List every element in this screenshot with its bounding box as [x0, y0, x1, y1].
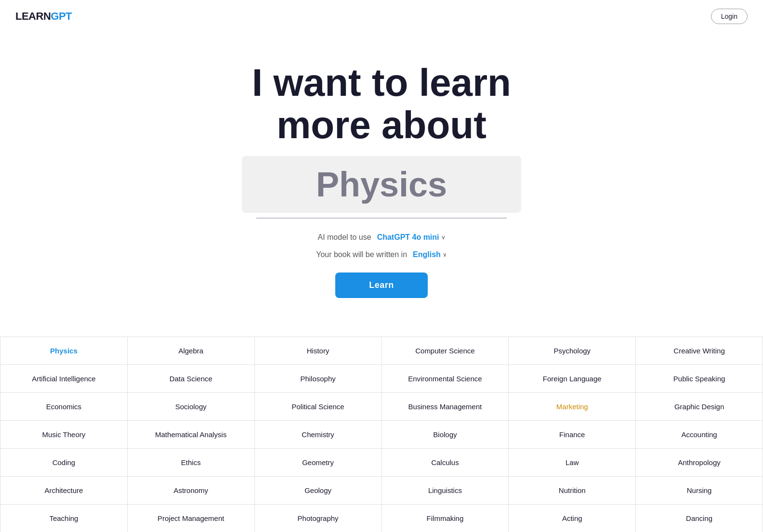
ai-model-row: AI model to use ChatGPT 4o mini ∨ — [317, 233, 445, 242]
subject-cell[interactable]: Astronomy — [128, 477, 255, 505]
options-area: AI model to use ChatGPT 4o mini ∨ Your b… — [10, 233, 753, 259]
subject-cell[interactable]: Creative Writing — [636, 337, 763, 365]
subject-cell[interactable]: History — [255, 337, 382, 365]
logo: LEARNGPT — [15, 10, 72, 23]
language-dropdown[interactable]: English ∨ — [413, 250, 447, 259]
learn-btn-wrap: Learn — [10, 272, 753, 298]
hero-section: I want to learn more about Physics AI mo… — [0, 33, 763, 337]
ai-model-value: ChatGPT 4o mini — [377, 233, 439, 242]
subject-cell[interactable]: Public Speaking — [636, 365, 763, 393]
subject-cell[interactable]: Coding — [0, 449, 128, 477]
subject-cell[interactable]: Mathematical Analysis — [128, 421, 255, 449]
subject-cell[interactable]: Dancing — [636, 505, 763, 532]
login-button[interactable]: Login — [711, 9, 748, 24]
subject-cell[interactable]: Finance — [509, 421, 636, 449]
subject-text: Physics — [256, 165, 507, 204]
subject-cell[interactable]: Photography — [255, 505, 382, 532]
subject-cell[interactable]: Data Science — [128, 365, 255, 393]
hero-title-line1: I want to learn — [252, 61, 511, 104]
subject-cell[interactable]: Calculus — [382, 449, 509, 477]
subject-cell[interactable]: Foreign Language — [509, 365, 636, 393]
subject-cell[interactable]: Law — [509, 449, 636, 477]
subject-cell[interactable]: Teaching — [0, 505, 128, 532]
language-value: English — [413, 250, 441, 259]
subject-cell[interactable]: Nutrition — [509, 477, 636, 505]
subject-cell[interactable]: Anthropology — [636, 449, 763, 477]
subject-cell[interactable]: Artificial Intelligence — [0, 365, 128, 393]
hero-title: I want to learn more about — [10, 62, 753, 146]
subject-cell[interactable]: Environmental Science — [382, 365, 509, 393]
header: LEARNGPT Login — [0, 0, 763, 33]
subject-cell[interactable]: Marketing — [509, 393, 636, 421]
subject-cell[interactable]: Filmmaking — [382, 505, 509, 532]
subject-cell[interactable]: Chemistry — [255, 421, 382, 449]
ai-model-chevron: ∨ — [441, 234, 446, 241]
language-label: Your book will be written in — [316, 250, 407, 259]
subject-cell[interactable]: Philosophy — [255, 365, 382, 393]
subject-cell[interactable]: Accounting — [636, 421, 763, 449]
subject-cell[interactable]: Physics — [0, 337, 128, 365]
logo-gpt-text: GPT — [51, 10, 72, 23]
subject-cell[interactable]: Nursing — [636, 477, 763, 505]
ai-model-dropdown[interactable]: ChatGPT 4o mini ∨ — [377, 233, 446, 242]
subject-cell[interactable]: Political Science — [255, 393, 382, 421]
subject-cell[interactable]: Sociology — [128, 393, 255, 421]
subject-cell[interactable]: Psychology — [509, 337, 636, 365]
subject-cell[interactable]: Business Management — [382, 393, 509, 421]
subject-cell[interactable]: Computer Science — [382, 337, 509, 365]
subject-display: Physics — [242, 156, 521, 213]
subject-cell[interactable]: Acting — [509, 505, 636, 532]
logo-learn-text: LEARN — [15, 10, 51, 23]
subject-cell[interactable]: Graphic Design — [636, 393, 763, 421]
hero-title-line2: more about — [276, 104, 487, 146]
subject-cell[interactable]: Geology — [255, 477, 382, 505]
subject-cell[interactable]: Linguistics — [382, 477, 509, 505]
subject-grid: PhysicsAlgebraHistoryComputer SciencePsy… — [0, 337, 763, 532]
language-row: Your book will be written in English ∨ — [316, 250, 447, 259]
subject-cell[interactable]: Geometry — [255, 449, 382, 477]
subject-underline — [256, 218, 507, 219]
ai-model-label: AI model to use — [317, 233, 371, 242]
subject-cell[interactable]: Biology — [382, 421, 509, 449]
subject-cell[interactable]: Economics — [0, 393, 128, 421]
subject-cell[interactable]: Project Management — [128, 505, 255, 532]
learn-button[interactable]: Learn — [335, 272, 428, 298]
subject-cell[interactable]: Ethics — [128, 449, 255, 477]
subject-cell[interactable]: Music Theory — [0, 421, 128, 449]
subject-cell[interactable]: Architecture — [0, 477, 128, 505]
language-chevron: ∨ — [443, 251, 447, 258]
subject-cell[interactable]: Algebra — [128, 337, 255, 365]
